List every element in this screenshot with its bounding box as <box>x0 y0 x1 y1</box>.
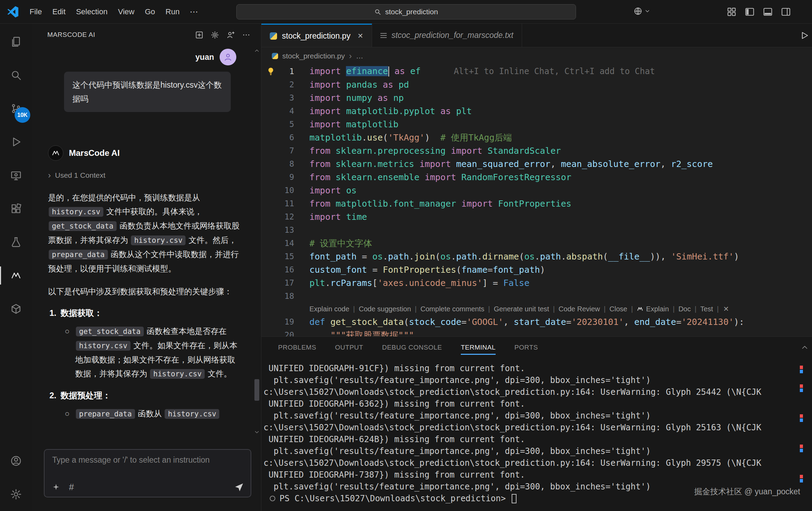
code-token: as <box>394 66 405 76</box>
activity-search[interactable] <box>0 58 32 92</box>
panel-tab-ports[interactable]: PORTS <box>514 337 538 358</box>
menu-run[interactable]: Run <box>160 7 185 16</box>
chat-input-placeholder: Type a message or '/' to select an instr… <box>45 450 251 465</box>
step-heading: 1.数据获取： <box>49 306 242 320</box>
activity-source-control[interactable]: 10K <box>0 92 32 125</box>
code-token: import <box>309 80 341 90</box>
profile-globe-icon[interactable] <box>633 6 651 16</box>
code-line: 18 <box>261 289 812 303</box>
context-toggle[interactable]: › Used 1 Context <box>48 168 242 182</box>
activity-explorer[interactable] <box>0 25 32 58</box>
marscode-lens-action[interactable]: Doc <box>678 305 691 313</box>
lens-action[interactable]: Close <box>609 305 627 313</box>
marscode-lens-action[interactable]: Explain <box>637 305 669 313</box>
activity-package[interactable] <box>0 292 32 326</box>
new-chat-icon[interactable] <box>195 31 204 39</box>
breadcrumb[interactable]: stock_prediction.py › … <box>261 47 812 65</box>
panel-tab-terminal[interactable]: TERMINAL <box>461 337 496 358</box>
scroll-up-icon[interactable] <box>254 48 260 54</box>
menu-edit[interactable]: Edit <box>47 7 71 16</box>
panel-tab-bar: PROBLEMSOUTPUTDEBUG CONSOLETERMINALPORTS <box>261 337 812 358</box>
scrollbar-thumb[interactable] <box>254 379 259 401</box>
code-line: 8from sklearn.metrics import mean_square… <box>261 157 812 170</box>
toggle-sidebar-right-icon[interactable] <box>781 7 791 17</box>
code-token: import <box>419 159 451 169</box>
command-center-search[interactable]: stock_prediction <box>236 4 576 19</box>
breadcrumb-file[interactable]: stock_prediction.py <box>282 52 345 60</box>
menu-view[interactable]: View <box>113 7 140 16</box>
customize-layout-icon[interactable] <box>726 7 737 17</box>
code-line: 6matplotlib.use('TkAgg') # 使用TkAgg后端 <box>261 131 812 144</box>
code-line: 2import pandas as pd <box>261 78 812 91</box>
send-icon[interactable] <box>234 482 244 493</box>
settings-icon[interactable] <box>211 31 219 39</box>
sidebar-scrollbar[interactable] <box>252 24 261 511</box>
lens-action[interactable]: Complete comments <box>420 305 484 313</box>
menu-go[interactable]: Go <box>140 7 160 16</box>
activity-run-debug[interactable] <box>0 125 32 159</box>
menu-file[interactable]: File <box>24 7 47 16</box>
marscode-lens-action[interactable]: Test <box>700 305 713 313</box>
code-token: as <box>383 80 393 90</box>
overview-ruler-mark <box>800 445 803 448</box>
inline-code-chip: history.csv <box>131 235 186 245</box>
activity-remote-explorer[interactable] <box>0 159 32 192</box>
lens-action[interactable]: Generate unit test <box>494 305 549 313</box>
step-body: prepare_data 函数从 history.csv <box>75 407 220 421</box>
line-number: 1 <box>289 67 294 76</box>
editor-tab[interactable]: stcoc_prediction_for_marscode.txt <box>372 24 522 47</box>
panel-tab-debug-console[interactable]: DEBUG CONSOLE <box>382 337 442 358</box>
activity-settings[interactable] <box>0 478 32 511</box>
lens-close-icon[interactable]: ✕ <box>723 305 729 313</box>
toggle-sidebar-left-icon[interactable] <box>744 7 755 17</box>
code-token: import <box>309 212 341 222</box>
chat-input-toolbar: # <box>52 482 244 493</box>
scroll-down-icon[interactable] <box>254 429 260 435</box>
code-token <box>330 199 336 209</box>
code-token <box>341 185 346 195</box>
activity-testing[interactable] <box>0 225 32 259</box>
menu-more-button[interactable]: ⋯ <box>185 7 204 17</box>
menu-selection[interactable]: Selection <box>71 7 113 16</box>
code-token: stock_code <box>409 317 462 327</box>
panel-maximize-icon[interactable] <box>801 344 809 351</box>
tab-close-icon[interactable]: ✕ <box>357 32 363 40</box>
lens-action[interactable]: Explain code <box>309 305 349 313</box>
chevron-right-icon: › <box>349 51 352 61</box>
profile-share-icon[interactable] <box>226 31 235 39</box>
code-token: '20241130' <box>681 317 734 327</box>
code-token <box>493 199 498 209</box>
lightbulb-icon[interactable] <box>266 67 275 76</box>
line-number: 20 <box>284 330 294 336</box>
run-file-icon[interactable] <box>799 31 809 40</box>
activity-extensions[interactable] <box>0 192 32 225</box>
lens-action[interactable]: Code Review <box>559 305 600 313</box>
instruction-sparkle-icon[interactable] <box>52 483 61 492</box>
code-line: 14# 设置中文字体 <box>261 237 812 250</box>
breadcrumb-more[interactable]: … <box>356 52 363 60</box>
chat-thread[interactable]: yuan 这个代码中预训练数据是history.csv这个数据吗 MarsCod… <box>32 46 252 445</box>
lens-separator: | <box>349 305 359 313</box>
code-line: 20 """获取股票数据""" <box>261 328 812 336</box>
activity-account[interactable] <box>0 444 32 478</box>
sidebar-title: MARSCODE AI <box>47 31 95 39</box>
menu-bar: FileEditSelectionViewGoRun <box>24 7 185 16</box>
context-hash-button[interactable]: # <box>69 482 74 493</box>
line-number-gutter: 20 <box>261 330 309 336</box>
tab-label: stcoc_prediction_for_marscode.txt <box>392 31 513 40</box>
terminal[interactable]: UNIFIED IDEOGRAPH-91CF}) missing from cu… <box>261 358 812 511</box>
explorer-icon <box>10 36 22 48</box>
chat-input-box[interactable]: Type a message or '/' to select an instr… <box>44 449 251 497</box>
user-name: yuan <box>195 50 214 64</box>
lens-action[interactable]: Code suggestion <box>359 305 411 313</box>
panel-tab-problems[interactable]: PROBLEMS <box>278 337 316 358</box>
more-actions-icon[interactable] <box>242 31 251 39</box>
editor-tab-bar: stock_prediction.py✕stcoc_prediction_for… <box>261 24 812 47</box>
code-editor[interactable]: 1import efinance as efAlt+I to Inline Ch… <box>261 65 812 336</box>
activity-marscode[interactable] <box>0 259 32 292</box>
code-line: 5import matplotlib <box>261 118 812 131</box>
panel-tab-output[interactable]: OUTPUT <box>335 337 363 358</box>
toggle-panel-icon[interactable] <box>763 7 773 17</box>
editor-tab[interactable]: stock_prediction.py✕ <box>261 24 372 47</box>
line-number: 9 <box>289 173 294 182</box>
